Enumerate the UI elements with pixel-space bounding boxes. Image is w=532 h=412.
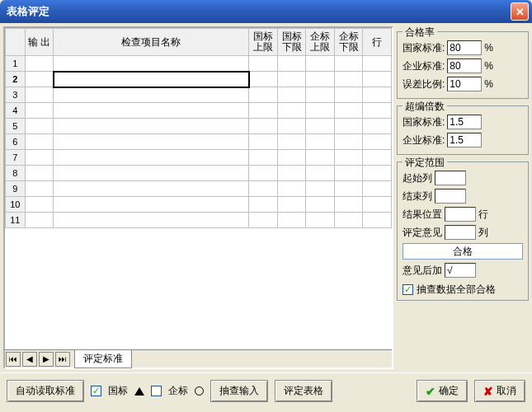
grid-cell[interactable] [249, 134, 278, 150]
grid-cell[interactable] [277, 197, 306, 213]
grid-cell[interactable] [363, 150, 392, 166]
grid-cell[interactable] [306, 134, 335, 150]
national-std-input[interactable] [447, 40, 482, 55]
grid-cell[interactable] [249, 150, 278, 166]
grid-cell[interactable] [277, 103, 306, 119]
grid-cell[interactable] [25, 213, 54, 228]
error-ratio-input[interactable] [447, 77, 482, 91]
grid-cell[interactable] [306, 181, 335, 197]
table-row[interactable]: 5 [6, 119, 392, 134]
grid-cell[interactable] [249, 213, 278, 228]
grid-cell[interactable] [54, 87, 249, 103]
grid-cell[interactable] [277, 87, 306, 103]
row-header[interactable]: 1 [6, 56, 26, 72]
header-gb-low[interactable]: 国标 下限 [277, 29, 306, 56]
grid-cell[interactable] [25, 166, 54, 181]
grid-cell[interactable] [249, 87, 278, 103]
mult-national-input[interactable] [447, 115, 482, 129]
grid-cell[interactable] [363, 56, 392, 72]
table-row[interactable]: 4 [6, 103, 392, 119]
table-row[interactable]: 10 [6, 197, 392, 213]
grid-cell[interactable] [277, 56, 306, 72]
row-header[interactable]: 5 [6, 119, 26, 134]
grid-cell[interactable] [25, 134, 54, 150]
start-col-input[interactable] [435, 171, 466, 185]
data-grid[interactable]: 输 出 检查项目名称 国标 上限 国标 下限 企标 上限 企标 下限 行 123… [5, 28, 392, 349]
grid-cell[interactable] [306, 87, 335, 103]
mult-enterprise-input[interactable] [447, 133, 482, 147]
grid-cell[interactable] [54, 181, 249, 197]
nav-last-button[interactable]: ⏭ [55, 352, 70, 367]
row-header[interactable]: 4 [6, 103, 26, 119]
grid-cell[interactable] [277, 119, 306, 134]
table-row[interactable]: 1 [6, 56, 392, 72]
enterprise-std-input[interactable] [447, 59, 482, 73]
grid-cell[interactable] [249, 56, 278, 72]
grid-cell[interactable] [306, 119, 335, 134]
grid-cell[interactable] [277, 213, 306, 228]
grid-cell[interactable] [54, 150, 249, 166]
nav-prev-button[interactable]: ◀ [22, 352, 37, 367]
grid-cell[interactable] [25, 150, 54, 166]
grid-cell[interactable] [54, 56, 249, 72]
grid-cell[interactable] [54, 103, 249, 119]
grid-cell[interactable] [249, 103, 278, 119]
table-row[interactable]: 7 [6, 150, 392, 166]
row-header[interactable]: 9 [6, 181, 26, 197]
grid-cell[interactable] [306, 166, 335, 181]
sheet-tab[interactable]: 评定标准 [74, 349, 132, 368]
grid-cell[interactable] [277, 181, 306, 197]
nav-next-button[interactable]: ▶ [39, 352, 54, 367]
row-header[interactable]: 2 [6, 72, 26, 87]
grid-cell[interactable] [54, 119, 249, 134]
ent-checkbox[interactable] [151, 386, 162, 396]
grid-cell[interactable] [306, 72, 335, 87]
all-pass-checkbox[interactable]: ✓ [403, 284, 413, 295]
header-output[interactable]: 输 出 [25, 29, 54, 56]
row-header[interactable]: 3 [6, 87, 26, 103]
close-button[interactable]: ✕ [511, 2, 529, 21]
header-row[interactable]: 行 [363, 29, 392, 56]
grid-cell[interactable] [249, 197, 278, 213]
grid-cell[interactable] [363, 134, 392, 150]
grid-cell[interactable] [25, 72, 54, 87]
grid-cell[interactable] [363, 72, 392, 87]
grid-cell[interactable] [363, 213, 392, 228]
grid-cell[interactable] [363, 103, 392, 119]
table-row[interactable]: 8 [6, 166, 392, 181]
auto-read-button[interactable]: 自动读取标准 [7, 380, 84, 402]
grid-cell[interactable] [277, 72, 306, 87]
grid-cell[interactable] [306, 213, 335, 228]
grid-cell[interactable] [334, 103, 363, 119]
end-col-input[interactable] [435, 189, 466, 204]
gb-checkbox[interactable]: ✓ [91, 386, 101, 396]
header-gb-up[interactable]: 国标 上限 [249, 29, 278, 56]
grid-cell[interactable] [54, 213, 249, 228]
grid-cell[interactable] [54, 197, 249, 213]
ok-button[interactable]: ✔确定 [417, 380, 468, 402]
grid-cell[interactable] [249, 166, 278, 181]
grid-cell[interactable] [334, 181, 363, 197]
row-header[interactable]: 8 [6, 166, 26, 181]
table-row[interactable]: 6 [6, 134, 392, 150]
qualified-combo[interactable]: 合格 [403, 243, 523, 260]
row-header[interactable]: 6 [6, 134, 26, 150]
grid-cell[interactable] [54, 166, 249, 181]
grid-cell[interactable] [25, 119, 54, 134]
grid-cell[interactable] [334, 197, 363, 213]
grid-cell[interactable] [306, 56, 335, 72]
nav-first-button[interactable]: ⏮ [6, 352, 21, 367]
grid-cell[interactable] [54, 134, 249, 150]
grid-cell[interactable] [25, 103, 54, 119]
row-header[interactable]: 10 [6, 197, 26, 213]
grid-cell[interactable] [334, 56, 363, 72]
grid-cell[interactable] [334, 150, 363, 166]
table-row[interactable]: 11 [6, 213, 392, 228]
row-header[interactable]: 11 [6, 213, 26, 228]
grid-cell[interactable] [25, 181, 54, 197]
table-row[interactable]: 3 [6, 87, 392, 103]
grid-cell[interactable] [363, 197, 392, 213]
grid-cell[interactable] [363, 181, 392, 197]
cancel-button[interactable]: ✘取消 [474, 380, 525, 402]
eval-table-button[interactable]: 评定表格 [275, 380, 332, 402]
